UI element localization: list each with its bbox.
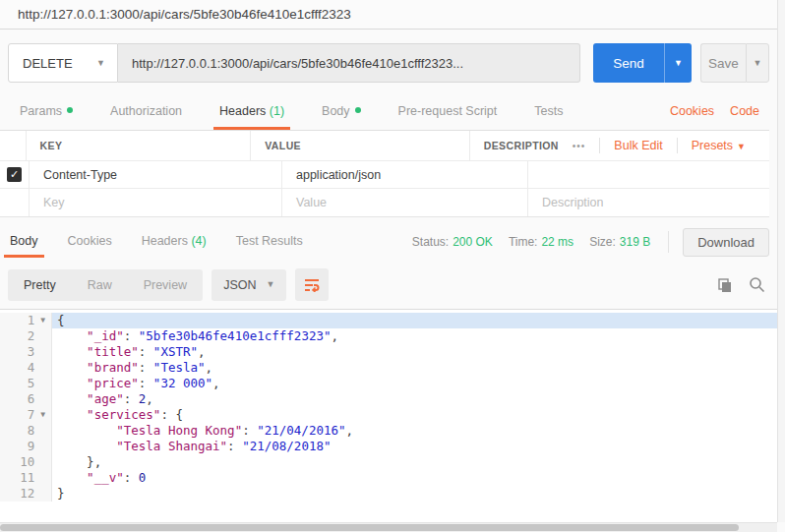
horizontal-scrollbar[interactable] [0,522,777,532]
save-options-button[interactable]: ▼ [746,43,769,83]
tab-authorization[interactable]: Authorization [108,104,184,130]
line-number: 6 [0,391,34,407]
fold-arrow-icon[interactable]: ▼ [34,407,51,423]
response-tab-headers[interactable]: Headers (4) [140,226,209,258]
chevron-down-icon: ▼ [754,59,762,68]
tab-pre-request-script[interactable]: Pre-request Script [396,104,500,130]
line-gutter: 7▼ [0,407,52,423]
wrap-text-button[interactable] [295,268,329,301]
header-row-empty: Key Value Description [0,189,769,216]
cookies-link[interactable]: Cookies [670,104,714,130]
column-description: DESCRIPTION [484,140,559,151]
response-tab-body[interactable]: Body [8,226,40,258]
search-button[interactable] [744,272,769,298]
send-options-button[interactable]: ▼ [664,43,692,83]
response-body-editor[interactable]: 1▼{2 "_id": "5bfe30b46fe410e1cfff2323",3… [0,309,777,532]
code-line: 7▼ "services": { [0,407,777,423]
fold-spacer [34,470,51,486]
fold-spacer [34,439,51,454]
line-gutter: 5 [0,376,52,391]
header-key-cell[interactable]: Content-Type [43,168,117,182]
view-mode-switch: Pretty Raw Preview [8,269,203,301]
code-line-text: "Tesla Shangai": "21/08/2018" [52,439,777,454]
tab-params[interactable]: Params [18,104,75,130]
chevron-down-icon: ▼ [266,280,274,289]
fold-spacer [34,360,51,376]
send-button[interactable]: Send [593,43,664,83]
code-line: 4 "brand": "Tesla", [0,360,777,376]
line-number: 12 [0,486,34,502]
url-value: http://127.0.0.1:3000/api/cars/5bfe30b46… [132,56,463,71]
line-gutter: 4 [0,360,52,376]
horizontal-scrollbar-thumb[interactable] [0,524,739,531]
column-key: KEY [40,140,63,151]
save-button[interactable]: Save [700,43,746,83]
code-line-text: }, [52,454,777,470]
params-active-dot [67,107,73,113]
key-placeholder-input[interactable]: Key [43,196,65,209]
code-line: 8 "Tesla Hong Kong": "21/04/2016", [0,423,777,439]
bulk-edit-button[interactable]: Bulk Edit [600,139,676,152]
request-tab-titlebar: http://127.0.0.1:3000/api/cars/5bfe30b46… [0,0,777,30]
code-line: 10 }, [0,454,777,470]
format-value: JSON [223,278,256,292]
body-active-dot [355,107,361,113]
code-line: 9 "Tesla Shangai": "21/08/2018" [0,439,777,454]
status-label: Status: [412,235,449,249]
url-input[interactable]: http://127.0.0.1:3000/api/cars/5bfe30b46… [118,43,580,83]
code-line-text: "title": "XSTR", [52,344,777,360]
code-line: 11 "__v": 0 [0,470,777,486]
row-checkbox[interactable]: ✓ [7,167,22,182]
copy-button[interactable] [712,272,738,298]
line-gutter: 6 [0,391,52,407]
view-raw[interactable]: Raw [72,269,128,301]
fold-spacer [34,328,51,344]
code-line: 12} [0,486,777,502]
time-value: 22 ms [541,235,574,249]
vertical-scrollbar[interactable] [777,0,785,522]
code-line-text: "_id": "5bfe30b46fe410e1cfff2323", [52,328,777,344]
response-view-controls: Pretty Raw Preview JSON ▼ [0,257,777,309]
headers-table-header: KEY VALUE DESCRIPTION ••• Bulk Edit Pres… [0,131,769,161]
value-placeholder-input[interactable]: Value [296,196,327,209]
code-line: 5 "price": "32 000", [0,376,777,391]
download-button[interactable]: Download [683,228,769,257]
code-line-text: "__v": 0 [52,470,777,486]
line-gutter: 11 [0,470,52,486]
code-line-text: } [52,486,777,502]
description-placeholder-input[interactable]: Description [542,196,604,209]
time-label: Time: [509,235,538,249]
headers-count-badge: (1) [270,104,284,118]
header-row-content-type: ✓ Content-Type application/json [0,161,769,189]
response-meta: Status: 200 OK Time: 22 ms Size: 319 B D… [396,228,769,257]
tab-tests[interactable]: Tests [532,104,565,130]
headers-table: KEY VALUE DESCRIPTION ••• Bulk Edit Pres… [0,130,769,217]
view-preview[interactable]: Preview [128,269,203,301]
presets-button[interactable]: Presets▼ [678,139,759,152]
code-line: 3 "title": "XSTR", [0,344,777,360]
more-options-icon[interactable]: ••• [559,141,600,151]
chevron-down-icon: ▼ [674,59,683,68]
format-select[interactable]: JSON ▼ [211,269,286,301]
request-tabs: Params Authorization Headers (1) Body Pr… [0,94,777,130]
size-value: 319 B [620,235,650,249]
tab-headers[interactable]: Headers (1) [217,104,286,130]
request-tab-title: http://127.0.0.1:3000/api/cars/5bfe30b46… [18,7,351,22]
header-value-cell[interactable]: application/json [296,168,381,182]
code-link[interactable]: Code [730,104,759,130]
response-tab-test-results[interactable]: Test Results [234,226,305,258]
tab-body[interactable]: Body [320,104,363,130]
response-tab-cookies[interactable]: Cookies [66,226,114,258]
fold-arrow-icon[interactable]: ▼ [34,313,51,328]
line-gutter: 9 [0,439,52,454]
line-number: 4 [0,360,34,376]
line-number: 2 [0,328,34,344]
line-gutter: 1▼ [0,313,52,328]
view-pretty[interactable]: Pretty [8,269,72,301]
method-select[interactable]: DELETE ▼ [8,43,118,83]
status-value: 200 OK [453,235,493,249]
line-gutter: 8 [0,423,52,439]
copy-icon [717,277,733,293]
search-icon [749,276,765,293]
line-number: 8 [0,423,34,439]
